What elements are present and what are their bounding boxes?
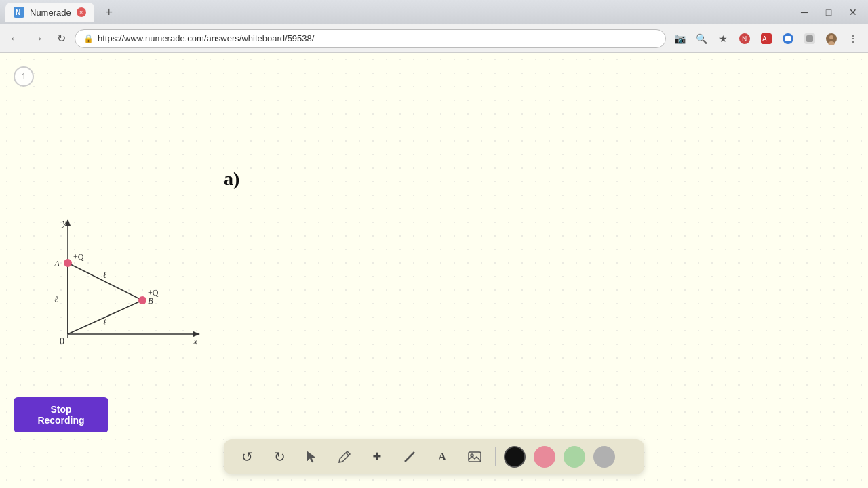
address-bar[interactable]: 🔒 https://www.numerade.com/answers/white… [75,29,666,48]
diagram-container: y x 0 A B +Q [41,216,203,367]
extension-icon-2[interactable]: A [757,29,776,48]
image-icon [467,449,482,464]
svg-text:+Q: +Q [148,288,159,298]
plus-icon: + [373,448,382,466]
svg-text:ℓ: ℓ [103,317,107,327]
svg-text:N: N [16,9,20,16]
profile-icon[interactable] [822,29,841,48]
bookmark-icon[interactable]: ★ [713,29,732,48]
svg-rect-9 [806,35,813,42]
tab-title: Numerade [30,7,71,18]
color-green[interactable] [564,446,585,468]
window-controls: ─ □ ✕ [795,3,863,22]
svg-point-11 [829,35,833,39]
forward-button[interactable]: → [28,29,47,48]
line-icon [403,450,416,464]
math-label: a) [224,168,239,190]
title-bar: N Numerade × + ─ □ ✕ [0,0,868,24]
geometry-diagram: y x 0 A B +Q [41,216,203,365]
whiteboard-canvas[interactable]: 1 a) y x 0 [0,53,868,488]
restore-button[interactable]: □ [819,3,838,22]
pen-icon [338,450,351,464]
new-tab-button[interactable]: + [100,3,119,22]
back-button[interactable]: ← [5,29,24,48]
text-icon: A [438,451,446,463]
search-icon[interactable]: 🔍 [692,29,711,48]
svg-text:y: y [61,218,67,228]
svg-line-34 [405,452,414,462]
numerade-logo-icon: N [14,7,24,18]
menu-icon[interactable]: ⋮ [844,29,863,48]
lock-icon: 🔒 [83,34,94,43]
cursor-icon [305,450,319,464]
minimize-button[interactable]: ─ [795,3,814,22]
extension-icon-3[interactable] [778,29,797,48]
eraser-tool-button[interactable] [397,445,422,469]
color-gray[interactable] [593,446,615,468]
svg-text:x: x [193,336,198,346]
svg-marker-32 [307,451,315,462]
svg-rect-35 [469,452,481,462]
svg-text:0: 0 [60,336,64,346]
svg-text:ℓ: ℓ [54,294,58,304]
browser-tab[interactable]: N Numerade × [5,3,94,22]
close-button[interactable]: ✕ [844,3,863,22]
url-text: https://www.numerade.com/answers/whitebo… [98,33,314,43]
tab-close-button[interactable]: × [77,7,86,17]
svg-rect-7 [785,36,791,41]
extension-icon-4[interactable] [800,29,819,48]
svg-line-20 [68,263,142,300]
redo-button[interactable]: ↻ [267,445,292,469]
refresh-button[interactable]: ↻ [52,29,71,48]
browser-frame: N Numerade × + ─ □ ✕ ← → [0,0,868,488]
svg-point-23 [64,259,72,267]
pen-tool-button[interactable] [332,445,357,469]
add-tool-button[interactable]: + [365,445,389,469]
svg-point-24 [138,296,146,304]
svg-line-33 [346,453,349,455]
toolbar-divider [495,447,496,466]
text-tool-button[interactable]: A [430,445,454,469]
extension-icon-1[interactable]: N [735,29,754,48]
svg-text:+Q: +Q [73,252,84,262]
stop-recording-button[interactable]: Stop Recording [14,397,108,432]
svg-text:N: N [742,35,747,43]
select-tool-button[interactable] [300,445,324,469]
navigation-bar: ← → ↻ 🔒 https://www.numerade.com/answers… [0,24,868,53]
nav-icons-group: 📷 🔍 ★ N A [670,29,863,48]
color-pink[interactable] [534,446,555,468]
color-black[interactable] [504,446,526,468]
svg-text:A: A [54,258,60,268]
svg-text:ℓ: ℓ [103,270,107,280]
drawing-toolbar: ↺ ↻ + [224,439,644,474]
page-indicator: 1 [14,66,34,87]
undo-button[interactable]: ↺ [235,445,259,469]
svg-text:A: A [762,35,767,43]
cast-icon[interactable]: 📷 [670,29,689,48]
image-tool-button[interactable] [462,445,487,469]
